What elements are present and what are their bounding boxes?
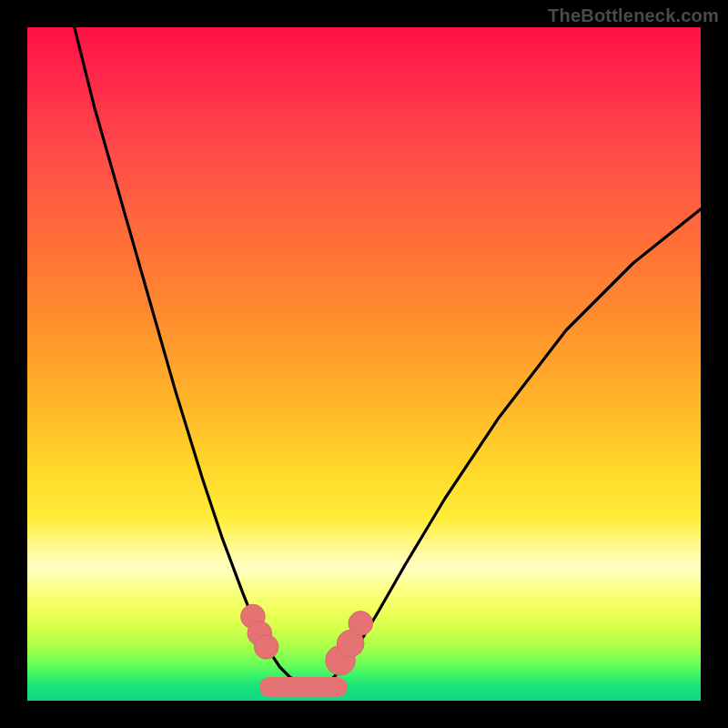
curves-svg [27, 27, 701, 701]
plot-area [27, 27, 701, 701]
curve-left-branch [75, 27, 317, 687]
curve-marker-2 [254, 635, 278, 660]
curve-marker-5 [349, 612, 373, 636]
curve-right-branch [317, 209, 701, 687]
watermark-text: TheBottleneck.com [548, 5, 719, 26]
chart-frame: TheBottleneck.com [0, 0, 728, 728]
